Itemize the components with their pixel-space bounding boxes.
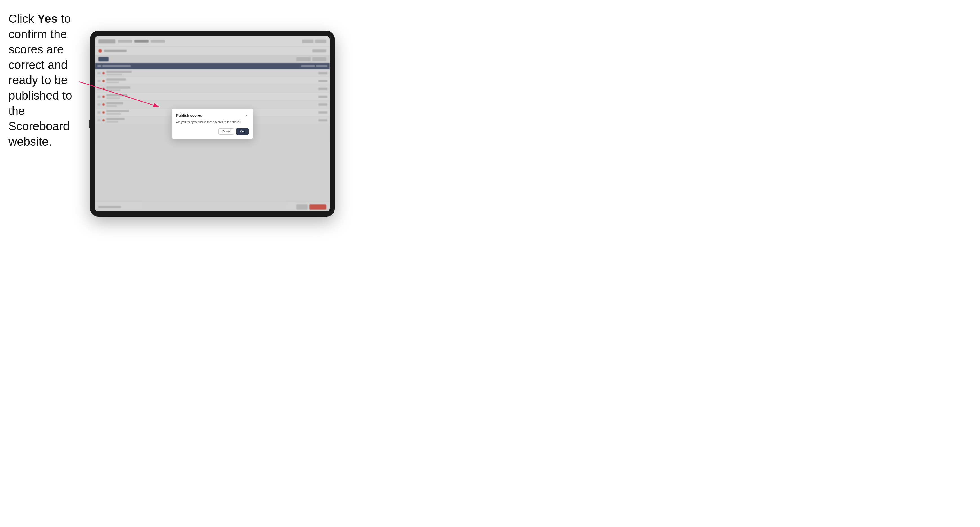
yes-button[interactable]: Yes: [236, 128, 249, 135]
dialog-body: Are you ready to publish these scores to…: [176, 121, 249, 124]
dialog-title: Publish scores: [176, 113, 202, 117]
instruction-yes: Yes: [37, 12, 58, 25]
dialog-close-button[interactable]: ×: [245, 114, 249, 117]
instruction-suffix: to confirm the scores are correct and re…: [8, 12, 72, 148]
instruction-prefix: Click: [8, 12, 37, 25]
publish-scores-dialog: Publish scores × Are you ready to publis…: [172, 109, 253, 139]
dialog-footer: Cancel Yes: [176, 128, 249, 135]
cancel-button[interactable]: Cancel: [218, 128, 234, 135]
dialog-header: Publish scores ×: [176, 113, 249, 117]
dialog-overlay: Publish scores × Are you ready to publis…: [95, 36, 330, 211]
tablet-screen: Publish scores × Are you ready to publis…: [95, 36, 330, 211]
tablet-side-button: [89, 119, 90, 128]
tablet-device: Publish scores × Are you ready to publis…: [90, 31, 335, 216]
instruction-text: Click Yes to confirm the scores are corr…: [8, 11, 87, 149]
